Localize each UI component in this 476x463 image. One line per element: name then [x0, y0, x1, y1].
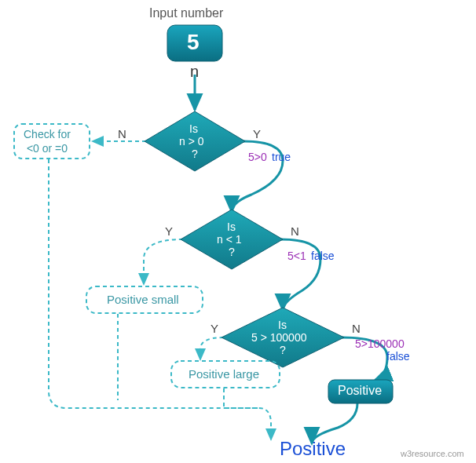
svg-rect-8	[171, 361, 280, 388]
svg-rect-6	[14, 124, 90, 159]
flowchart-canvas: Input number 5 n Is n > 0 ? Is n < 1 ? I…	[0, 0, 476, 463]
svg-rect-7	[86, 286, 203, 313]
flowchart-svg	[0, 0, 476, 463]
svg-marker-5	[222, 308, 344, 367]
svg-marker-3	[145, 111, 245, 171]
svg-rect-9	[328, 380, 393, 403]
svg-marker-4	[181, 210, 283, 269]
svg-rect-2	[167, 25, 222, 61]
